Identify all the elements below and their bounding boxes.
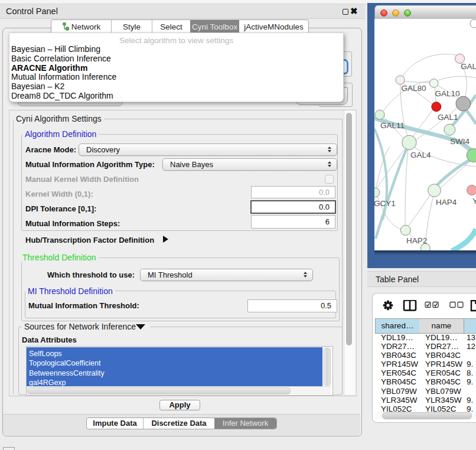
- svg-text:GAL: GAL: [461, 62, 476, 71]
- svg-text:GAL11: GAL11: [380, 121, 405, 130]
- svg-text:GAL80: GAL80: [402, 84, 426, 93]
- svg-text:Y: Y: [472, 197, 476, 206]
- svg-text:HAP2: HAP2: [406, 236, 427, 245]
- svg-text:SWI4: SWI4: [450, 137, 470, 146]
- svg-text:GAL4: GAL4: [410, 151, 431, 159]
- svg-text:GCY1: GCY1: [374, 199, 396, 208]
- svg-text:HAP4: HAP4: [436, 198, 457, 207]
- svg-text:GAL10: GAL10: [435, 89, 460, 98]
- svg-text:GAL1: GAL1: [438, 113, 458, 122]
